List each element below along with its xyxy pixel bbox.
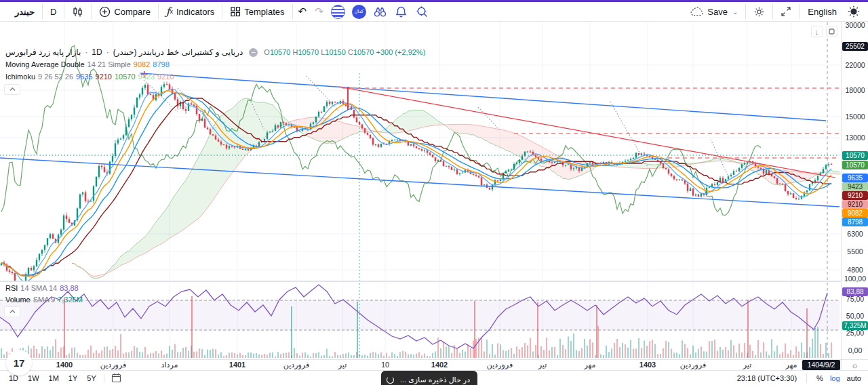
rsi-legend[interactable]: RSI 14 SMA 14 83,88 [5,284,79,292]
striped-globe-icon[interactable] [331,5,345,19]
chart-area[interactable]: بازار پایه زرد فرابورس · 1D · دریایی و ک… [0,22,841,359]
chevron-down-icon[interactable]: ⌄ [732,8,738,16]
undo-button[interactable]: ↶ [294,5,311,18]
tenkan-value: 9635 [76,73,92,81]
theme-toggle-button[interactable] [844,5,864,18]
legend-collapse-button[interactable] [4,84,20,95]
redo-button[interactable]: ↷ [311,5,328,18]
spinner-icon [387,376,394,384]
loading-progress-bar [0,0,868,2]
save-label: Save [707,7,728,17]
ohlc-values: O10570 H10570 L10150 C10570 +300 (+2,92%… [264,48,425,56]
go-to-date-icon[interactable] [111,373,121,383]
divider [806,373,807,383]
time-tick: تیر [743,361,751,369]
price-badge: 9210 [842,191,868,200]
fullscreen-button[interactable] [774,3,797,20]
percent-scale-button[interactable]: % [816,374,823,382]
volume-legend[interactable]: Volume SMA 9 7,325M [5,296,83,304]
compare-label: Compare [114,7,150,17]
price-tick: 5500 [842,247,868,256]
price-badge: 9635 [842,174,868,182]
symbol-legend[interactable]: بازار پایه زرد فرابورس · 1D · دریایی و ک… [5,47,425,57]
save-button[interactable]: Save ⌄ [684,3,744,20]
candlestick-icon [72,6,83,18]
time-tick: 1402 [431,361,448,369]
indicator-params: 9 26 52 26 [38,73,73,81]
axis-settings-corner[interactable]: ☼ [841,359,868,370]
compare-button[interactable]: Compare [93,3,156,20]
time-tick: 1400 [56,361,73,369]
codal-icon[interactable]: کدال [352,5,366,19]
range-button-1y[interactable]: 1Y [64,374,82,382]
time-tick: مهر [584,361,595,369]
fullscreen-arrows-icon [781,6,791,17]
time-tick: مهر [785,361,797,369]
range-button-5y[interactable]: 5Y [82,374,100,382]
clock-label[interactable]: 23:18 (UTC+3:30) [737,374,797,382]
tradingview-app: حبندر D Compare [0,0,868,385]
binoculars-icon[interactable] [373,5,387,19]
time-tick: فروردین [283,361,309,369]
divider [42,4,43,19]
senkou-a-value: 10570 [115,73,136,81]
change-value: +300 (+2,92%) [376,48,426,56]
symbol-button[interactable]: حبندر [0,3,41,20]
ma-fast-value: 9082 [134,60,150,68]
search-target-icon[interactable] [415,5,429,19]
time-axis[interactable]: 1404/9/2 121400فروردینمرداد1401فروردینتی… [0,359,841,370]
indicator-name: RSI [5,284,18,292]
indicator-params: SMA 9 [33,296,55,304]
chikou-value: 9210 [157,73,174,81]
divider [158,4,159,19]
tradingview-logo[interactable]: 17 [6,350,32,376]
price-badge: 7,325M [842,321,868,330]
time-tick: فروردین [487,361,513,369]
templates-button[interactable]: Templates [224,3,290,20]
range-button-1m[interactable]: 1M [44,374,64,382]
ma-double-legend[interactable]: Moving Average Double 14 21 Simple 9082 … [5,60,170,68]
divider [104,373,104,383]
price-badge: 10570 [842,161,868,169]
indicators-button[interactable]: ƒx Indicators [160,3,220,20]
price-badge: 25502 [842,42,868,51]
toast-message: در حال ذخیره سازی ... [399,376,471,384]
language-button[interactable]: English [801,7,844,17]
rsi-value: 83,88 [60,284,79,292]
source-toggle-icon[interactable]: – [249,48,258,57]
ichimoku-legend[interactable]: Ichimoku 9 26 52 26 9635 9210 10570 9423… [5,73,174,81]
time-tick: فروردین [680,361,706,369]
settings-button[interactable] [747,3,771,20]
divider [772,4,773,19]
divider [222,4,222,19]
maximize-pane-button[interactable] [826,26,837,37]
divider [745,4,746,19]
price-scale[interactable]: 3000022000180001500013000630055004800100… [841,22,868,359]
price-tick: 30000 [842,21,868,29]
high-value: 10570 [298,48,319,56]
senkou-b-value: 9423 [138,73,155,81]
range-button-1w[interactable]: 1W [23,374,44,382]
pane-collapse-button[interactable] [4,306,20,317]
bottom-toolbar-right: 23:18 (UTC+3:30) % log auto [737,373,868,383]
price-badge: 10570 [842,151,868,160]
cloud-save-icon [690,7,704,17]
chart-style-button[interactable] [66,3,90,20]
time-tick: 1401 [229,361,245,369]
price-tick: 25,00 [842,329,868,337]
open-label: O [264,48,270,56]
scroll-to-latest-button[interactable]: ↓ [811,26,823,37]
last-date-badge: 1404/9/2 [802,360,840,370]
price-tick: 15000 [842,113,868,121]
fx-icon: ƒx [166,7,173,17]
separator-dot: · [106,47,109,57]
log-scale-button[interactable]: log [830,374,840,382]
indicator-name: Volume [5,296,31,304]
alert-bell-icon[interactable] [394,5,408,19]
price-badge: 83,88 [842,287,868,296]
templates-label: Templates [244,7,284,17]
interval-button[interactable]: D [44,3,62,20]
indicator-params: 14 21 Simple [87,60,131,68]
auto-scale-button[interactable]: auto [847,374,861,382]
price-tick: 22000 [842,61,868,69]
